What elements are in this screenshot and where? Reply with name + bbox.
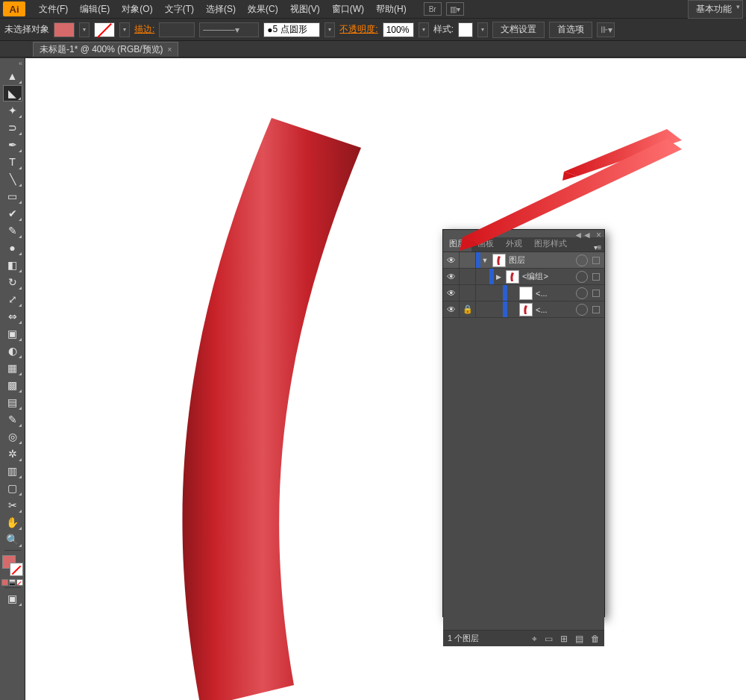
stroke-dropdown[interactable]: ▾ [119,22,130,37]
layer-name[interactable]: <... [536,289,571,298]
type-tool[interactable]: T [3,154,22,170]
menu-type[interactable]: 文字(T) [159,1,200,18]
visibility-toggle-icon[interactable]: 👁 [443,269,460,284]
brush-dropdown[interactable]: ▾ [325,22,335,37]
layer-row[interactable]: 👁▼图层 [443,252,604,269]
paintbrush-tool[interactable]: ✔ [3,205,22,222]
menu-effect[interactable]: 效果(C) [242,1,284,18]
mesh-tool[interactable]: ▩ [3,377,22,393]
rotate-tool[interactable]: ↻ [3,274,22,290]
document-tab[interactable]: 未标题-1* @ 400% (RGB/预览) × [33,42,178,57]
layer-name[interactable]: 图层 [509,254,571,266]
layer-row[interactable]: 👁▶<编组> [443,269,604,285]
hand-tool[interactable]: ✋ [3,514,22,531]
workspace-switcher[interactable]: 基本功能 [688,0,743,19]
stroke-weight-field[interactable] [159,22,195,37]
menu-object[interactable]: 对象(O) [116,1,158,18]
arrange-documents-icon[interactable]: ▥▾ [446,2,464,16]
brush-field[interactable]: ● 5 点圆形 [263,22,320,37]
menu-edit[interactable]: 编辑(E) [74,1,116,18]
stroke-profile-field[interactable]: ─────▾ [199,22,259,37]
gradient-tool[interactable]: ▤ [3,394,22,410]
delete-layer-icon[interactable]: 🗑 [591,634,600,644]
disclosure-icon[interactable]: ▼ [480,257,489,264]
artboard-tool[interactable]: ▢ [3,480,22,496]
new-layer-icon[interactable]: ▤ [575,634,583,644]
menu-file[interactable]: 文件(F) [33,1,74,18]
panel-close-icon[interactable]: × [596,230,601,237]
panel-collapse-icon[interactable]: ◄◄ [574,230,592,237]
width-tool[interactable]: ⇔ [3,308,22,325]
layer-name[interactable]: <... [536,305,571,314]
lock-toggle-icon[interactable] [460,252,476,268]
rectangle-tool[interactable]: ▭ [3,188,22,204]
prefs-button[interactable]: 首选项 [549,22,592,38]
layer-row[interactable]: 👁🔒<... [443,301,604,318]
style-dropdown[interactable]: ▾ [477,22,488,37]
blob-brush-tool[interactable]: ● [3,240,22,256]
stroke-swatch[interactable] [94,22,115,37]
opacity-field[interactable]: 100% [383,22,414,37]
fill-stroke-control[interactable] [2,555,23,576]
bridge-icon[interactable]: Br [424,2,442,16]
canvas[interactable]: ◄◄ × 图层 画板 外观 图形样式 ▾≡ 👁▼图层👁▶<编组>👁<...👁🔒<… [25,58,746,700]
fill-swatch[interactable] [54,22,75,37]
pencil-tool[interactable]: ✎ [3,222,22,239]
menu-help[interactable]: 帮助(H) [370,1,413,18]
panel-menu-icon[interactable]: ▾≡ [591,243,604,251]
visibility-toggle-icon[interactable]: 👁 [443,252,460,268]
selection-indicator[interactable] [592,306,600,313]
stroke-box[interactable] [10,563,23,576]
layer-row[interactable]: 👁<... [443,285,604,301]
lasso-tool[interactable]: ⊃ [3,119,22,136]
eyedropper-tool[interactable]: ✎ [3,411,22,428]
opacity-link[interactable]: 不透明度: [339,23,377,36]
symbol-sprayer-tool[interactable]: ✲ [3,446,22,462]
blend-tool[interactable]: ◎ [3,428,22,445]
lock-toggle-icon[interactable] [460,269,476,284]
selection-indicator[interactable] [592,273,600,281]
tab-artboards[interactable]: 画板 [471,236,500,251]
selection-indicator[interactable] [592,290,600,297]
eraser-tool[interactable]: ◧ [3,257,22,273]
direct-selection-tool[interactable]: ◣ [3,85,22,101]
style-swatch[interactable] [458,22,473,37]
selection-tool[interactable]: ▲ [3,68,22,84]
scale-tool[interactable]: ⤢ [3,291,22,307]
layer-name[interactable]: <编组> [522,271,571,282]
new-sublayer-icon[interactable]: ⊞ [560,634,568,644]
tab-layers[interactable]: 图层 [443,236,471,251]
tab-appearance[interactable]: 外观 [500,236,528,251]
screen-mode-tool[interactable]: ▣ [3,590,22,607]
zoom-tool[interactable]: 🔍 [3,531,22,548]
lock-toggle-icon[interactable]: 🔒 [460,301,476,317]
graph-tool[interactable]: ▥ [3,463,22,479]
opacity-dropdown[interactable]: ▾ [419,22,429,37]
slice-tool[interactable]: ✂ [3,497,22,513]
target-icon[interactable] [576,287,588,299]
perspective-tool[interactable]: ▦ [3,360,22,376]
free-transform-tool[interactable]: ▣ [3,325,22,342]
color-mode-row[interactable] [1,579,23,586]
selection-indicator[interactable] [592,257,600,264]
visibility-toggle-icon[interactable]: 👁 [443,285,460,301]
tool-collapse-icon[interactable]: « [0,60,25,67]
fill-dropdown[interactable]: ▾ [79,22,90,37]
lock-toggle-icon[interactable] [460,285,476,301]
target-icon[interactable] [576,304,588,316]
tab-graphic-styles[interactable]: 图形样式 [528,236,573,251]
disclosure-icon[interactable]: ▶ [494,273,503,281]
magic-wand-tool[interactable]: ✦ [3,102,22,119]
make-clipping-mask-icon[interactable]: ▭ [545,634,553,644]
locate-object-icon[interactable]: ⌖ [532,634,537,644]
target-icon[interactable] [576,271,588,283]
menu-window[interactable]: 窗口(W) [326,1,370,18]
doc-setup-button[interactable]: 文档设置 [492,22,545,38]
shape-builder-tool[interactable]: ◐ [3,343,22,359]
stroke-link[interactable]: 描边: [134,23,154,36]
close-tab-icon[interactable]: × [168,46,172,54]
target-icon[interactable] [576,254,588,266]
more-options[interactable]: ⊪▾ [597,22,615,37]
line-tool[interactable]: ╲ [3,171,22,187]
menu-view[interactable]: 视图(V) [284,1,326,18]
